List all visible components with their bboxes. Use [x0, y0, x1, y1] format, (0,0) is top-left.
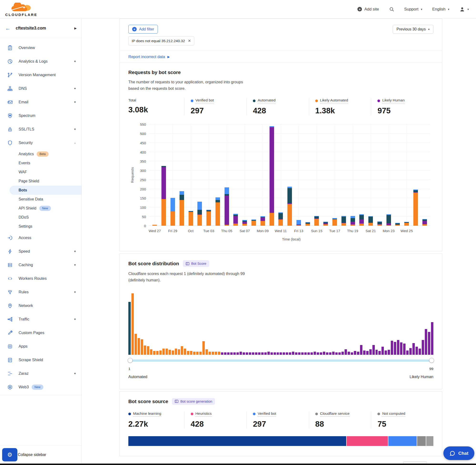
partially-visible-button[interactable]: [403, 461, 427, 464]
sidebar-item-security[interactable]: Security▴: [0, 136, 81, 149]
histogram-bar: [227, 352, 230, 355]
sidebar-item-zaraz[interactable]: Zaraz▾: [0, 367, 81, 380]
sidebar-item-email[interactable]: Email▾: [0, 95, 81, 109]
sidebar-item-overview[interactable]: Overview: [0, 41, 81, 54]
sidebar-subitem-label: Analytics: [19, 152, 34, 156]
slider-handle-max[interactable]: [429, 358, 434, 363]
sidebar-nav: OverviewAnalytics & Logs▾Version Managem…: [0, 38, 81, 395]
stat-cloudflare-service: Cloudflare service88: [309, 412, 371, 429]
requests-bar: [323, 222, 328, 226]
stat-label-text[interactable]: Likely Human: [382, 98, 405, 103]
time-range-dropdown[interactable]: Previous 30 days ▾: [393, 25, 433, 34]
docs-panel-icon: [186, 262, 189, 265]
requests-stats: Total3.08kVerified bot297Automated428Lik…: [128, 98, 433, 115]
stat-label-text[interactable]: Heuristics: [195, 412, 212, 417]
sidebar-item-spectrum[interactable]: Spectrum: [0, 109, 81, 122]
sidebar-subitem-ddos[interactable]: DDoS: [0, 213, 81, 222]
sidebar-item-speed[interactable]: Speed▾: [0, 244, 81, 258]
sidebar-item-analytics-logs[interactable]: Analytics & Logs▾: [0, 54, 81, 68]
y-tick-label: 400: [140, 150, 146, 154]
sidebar-item-traffic[interactable]: Traffic▾: [0, 312, 81, 326]
sidebar-item-network[interactable]: Network: [0, 299, 81, 312]
source-segment-machine-learning: [128, 436, 346, 446]
sidebar-subitem-waf[interactable]: WAF: [0, 168, 81, 177]
histogram-bar: [196, 352, 199, 355]
sidebar-item-access[interactable]: Access: [0, 231, 81, 244]
stat-label-text[interactable]: Cloudflare service: [320, 412, 349, 417]
close-icon[interactable]: ✕: [188, 39, 191, 43]
site-selector[interactable]: ← cftestsite3.com ▶: [0, 19, 81, 38]
bar-segment: [350, 224, 355, 226]
bar-slot: Mon 23: [384, 124, 393, 226]
add-filter-button[interactable]: + Add filter: [128, 25, 158, 33]
stat-value: 428: [191, 420, 247, 429]
bar-segment: [161, 167, 166, 199]
chat-button[interactable]: Chat: [443, 446, 474, 460]
chevron-right-icon[interactable]: ▶: [74, 26, 77, 30]
sidebar-subitem-sensitive-data[interactable]: Sensitive Data: [0, 195, 81, 204]
sidebar-subitem-events[interactable]: Events: [0, 159, 81, 168]
histogram-bar: [128, 302, 131, 355]
sidebar-item-dns[interactable]: DNS▾: [0, 82, 81, 95]
requests-bar: [270, 126, 274, 226]
account-menu[interactable]: ▾: [459, 6, 469, 12]
slider-handle-min[interactable]: [128, 358, 133, 363]
sidebar-subitem-bots[interactable]: Bots: [10, 186, 81, 195]
sidebar-item-custom-pages[interactable]: Custom Pages: [0, 326, 81, 339]
collapse-sidebar-button[interactable]: ⚙ Collapse sidebar: [0, 445, 81, 464]
gridline-vertical: [317, 124, 317, 226]
requests-bar: [261, 216, 265, 226]
sidebar-item-apps[interactable]: Apps: [0, 339, 81, 353]
web3-icon: [7, 384, 13, 390]
sidebar-subitem-page-shield[interactable]: Page Shield: [0, 177, 81, 186]
sidebar-item-workers-routes[interactable]: Workers Routes: [0, 272, 81, 285]
stat-label-text[interactable]: Verified bot: [258, 412, 276, 417]
docs-panel-icon: [175, 400, 178, 403]
sidebar-item-scrape-shield[interactable]: Scrape Shield: [0, 353, 81, 367]
bar-segment: [243, 222, 247, 224]
stat-label-text[interactable]: Not computed: [382, 412, 405, 417]
sidebar-item-ssl-tls[interactable]: SSL/TLS▾: [0, 122, 81, 136]
sidebar-item-web3[interactable]: Web3New: [0, 380, 81, 394]
sidebar-item-label: SSL/TLS: [19, 127, 34, 131]
y-axis-title: Requests: [130, 167, 134, 183]
support-menu[interactable]: Support ▾: [404, 7, 423, 12]
sidebar-item-label: Security: [19, 140, 33, 145]
stat-label-text[interactable]: Verified bot: [195, 98, 214, 103]
sidebar-item-rules[interactable]: Rules▾: [0, 285, 81, 299]
sidebar-item-version-management[interactable]: Version Management: [0, 68, 81, 82]
histogram-bar: [131, 293, 134, 355]
bar-segment: [423, 221, 427, 224]
sidebar-subitem-security-analytics[interactable]: AnalyticsBeta: [0, 149, 81, 159]
add-site-button[interactable]: + Add site: [357, 7, 379, 12]
gridline-vertical: [353, 124, 353, 226]
sidebar-subitem-settings[interactable]: Settings: [0, 222, 81, 231]
back-arrow-icon[interactable]: ←: [5, 25, 11, 32]
settings-gear-button[interactable]: ⚙: [2, 448, 17, 461]
report-incorrect-data-link[interactable]: Report incorrect data ▶: [128, 54, 170, 59]
sidebar-subitem-api-shield[interactable]: API ShieldNew: [0, 204, 81, 213]
search-button[interactable]: [389, 7, 394, 12]
report-row: Report incorrect data ▶: [120, 51, 442, 63]
score-range-slider[interactable]: [128, 358, 433, 363]
bar-segment: [341, 217, 346, 223]
filter-chip[interactable]: IP does not equal 35.212.240.32 ✕: [128, 36, 194, 45]
bot-score-badge[interactable]: Bot Score: [183, 260, 209, 267]
cloudflare-logo[interactable]: CLOUDFLARE: [5, 3, 37, 17]
language-menu[interactable]: English ▾: [432, 7, 449, 12]
code-icon: [7, 276, 13, 281]
stat-label-text[interactable]: Likely Automated: [320, 98, 348, 103]
y-tick-label: 50: [142, 214, 146, 219]
top-header: CLOUDFLARE + Add site Support ▾ English …: [0, 0, 476, 19]
beta-badge: Beta: [37, 151, 49, 157]
slider-track[interactable]: [129, 359, 433, 362]
stat-label-text[interactable]: Automated: [258, 98, 275, 103]
sidebar-item-caching[interactable]: Caching▾: [0, 258, 81, 272]
mail-icon: [7, 99, 13, 105]
histogram-bar: [351, 352, 353, 355]
stat-label-text[interactable]: Machine learning: [133, 412, 161, 417]
bot-score-generation-badge[interactable]: Bot score generation: [172, 398, 215, 405]
bar-segment: [278, 213, 283, 219]
stat-label: Heuristics: [191, 412, 247, 417]
main-content: + Add filter IP does not equal 35.212.24…: [82, 19, 476, 464]
